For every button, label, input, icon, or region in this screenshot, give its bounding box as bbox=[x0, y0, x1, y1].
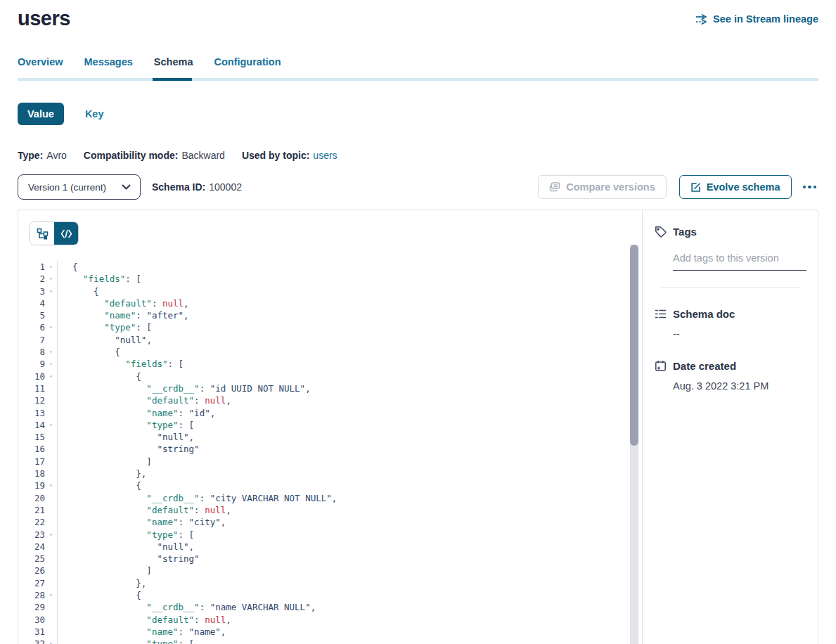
line-number: 22 bbox=[30, 516, 45, 528]
editor-scrollbar-thumb[interactable] bbox=[630, 245, 638, 446]
line-number: 28 bbox=[30, 589, 45, 601]
schema-doc-value: -- bbox=[673, 328, 801, 340]
code-line: 2▾ "fields": [ bbox=[30, 273, 642, 285]
version-select-value: Version 1 (current) bbox=[28, 182, 106, 193]
code-line: 9▾ "fields": [ bbox=[30, 358, 642, 370]
code-text: "type": [ bbox=[57, 638, 642, 644]
active-tab-indicator bbox=[153, 78, 192, 81]
code-text: "fields": [ bbox=[57, 358, 642, 370]
code-line: 24 "null", bbox=[30, 541, 642, 553]
fold-arrow-icon[interactable]: ▾ bbox=[45, 371, 57, 382]
fold-spacer bbox=[45, 468, 57, 479]
fold-spacer bbox=[45, 565, 57, 577]
line-number: 11 bbox=[30, 382, 45, 394]
code-text: { bbox=[57, 285, 642, 297]
line-number: 26 bbox=[30, 565, 45, 577]
key-toggle-button[interactable]: Key bbox=[85, 108, 104, 120]
code-text: }, bbox=[57, 577, 642, 589]
stream-lineage-link[interactable]: See in Stream lineage bbox=[695, 13, 818, 25]
fold-spacer bbox=[45, 334, 57, 346]
code-line: 6▾ "type": [ bbox=[30, 321, 642, 333]
tab-overview[interactable]: Overview bbox=[18, 56, 63, 67]
code-text: "fields": [ bbox=[57, 273, 642, 285]
line-number: 14 bbox=[30, 419, 45, 431]
ellipsis-icon bbox=[803, 186, 806, 189]
fold-arrow-icon[interactable]: ▾ bbox=[45, 261, 57, 273]
schema-id-label: Schema ID: bbox=[152, 181, 205, 193]
tab-messages[interactable]: Messages bbox=[84, 56, 133, 67]
fold-arrow-icon[interactable]: ▾ bbox=[45, 273, 57, 285]
compatibility-value: Backward bbox=[181, 150, 224, 161]
code-line: 11 "__crdb__": "id UUID NOT NULL", bbox=[30, 382, 642, 394]
fold-spacer bbox=[45, 394, 57, 406]
code-line: 1▾{ bbox=[30, 261, 642, 273]
code-text: { bbox=[57, 261, 642, 273]
code-line: 12 "default": null, bbox=[30, 394, 642, 406]
tree-view-button[interactable] bbox=[30, 222, 54, 245]
compatibility-label: Compatibility mode: bbox=[84, 150, 179, 161]
compare-versions-label: Compare versions bbox=[566, 181, 655, 193]
code-text: "default": null, bbox=[57, 394, 642, 406]
value-toggle-button[interactable]: Value bbox=[18, 103, 64, 125]
used-by-topic-link[interactable]: users bbox=[313, 150, 337, 161]
line-number: 15 bbox=[30, 431, 45, 443]
evolve-schema-label: Evolve schema bbox=[707, 181, 780, 193]
add-tags-input[interactable] bbox=[673, 252, 806, 271]
schema-doc-heading: Schema doc bbox=[673, 308, 735, 320]
line-number: 29 bbox=[30, 601, 45, 613]
schema-panel: 1▾{2▾ "fields": [3▾ {4 "default": null,5… bbox=[18, 210, 818, 644]
code-text: ] bbox=[57, 456, 642, 468]
fold-arrow-icon[interactable]: ▾ bbox=[45, 346, 57, 358]
evolve-schema-button[interactable]: Evolve schema bbox=[679, 175, 792, 199]
fold-spacer bbox=[45, 382, 57, 394]
compare-versions-button[interactable]: Compare versions bbox=[538, 175, 667, 199]
code-text: "string" bbox=[57, 443, 642, 455]
version-select[interactable]: Version 1 (current) bbox=[18, 174, 141, 200]
line-number: 17 bbox=[30, 456, 45, 468]
line-number: 13 bbox=[30, 407, 45, 419]
editor-scrollbar-track[interactable] bbox=[630, 245, 638, 644]
code-line: 23▾ "type": [ bbox=[30, 529, 642, 541]
code-text: { bbox=[57, 371, 642, 382]
tab-underline-track bbox=[18, 78, 818, 81]
code-line: 3▾ { bbox=[30, 285, 642, 297]
fold-arrow-icon[interactable]: ▾ bbox=[45, 479, 57, 491]
line-number: 30 bbox=[30, 614, 45, 626]
line-number: 21 bbox=[30, 504, 45, 516]
schema-sidebar: Tags Schem bbox=[642, 210, 818, 644]
line-number: 6 bbox=[30, 321, 45, 333]
fold-arrow-icon[interactable]: ▾ bbox=[45, 589, 57, 601]
tree-view-icon bbox=[37, 228, 49, 240]
evolve-schema-icon bbox=[690, 182, 701, 193]
code-line: 28▾ { bbox=[30, 589, 642, 601]
tab-configuration[interactable]: Configuration bbox=[214, 56, 281, 67]
code-line: 30 "default": null, bbox=[30, 614, 642, 626]
code-view-button[interactable] bbox=[54, 222, 78, 245]
fold-spacer bbox=[45, 407, 57, 419]
line-number: 31 bbox=[30, 626, 45, 638]
tab-schema[interactable]: Schema bbox=[154, 56, 193, 67]
fold-arrow-icon[interactable]: ▾ bbox=[45, 321, 57, 333]
code-line: 13 "name": "id", bbox=[30, 407, 642, 419]
code-text: { bbox=[57, 479, 642, 491]
code-text: { bbox=[57, 589, 642, 601]
fold-arrow-icon[interactable]: ▾ bbox=[45, 358, 57, 370]
line-number: 18 bbox=[30, 468, 45, 479]
more-options-button[interactable] bbox=[801, 180, 819, 195]
fold-arrow-icon[interactable]: ▾ bbox=[45, 638, 57, 644]
code-text: "default": null, bbox=[57, 614, 642, 626]
fold-arrow-icon[interactable]: ▾ bbox=[45, 419, 57, 431]
list-icon bbox=[655, 309, 667, 319]
fold-arrow-icon[interactable]: ▾ bbox=[45, 285, 57, 297]
code-line: 14▾ "type": [ bbox=[30, 419, 642, 431]
line-number: 12 bbox=[30, 394, 45, 406]
code-text: "null", bbox=[57, 541, 642, 553]
fold-arrow-icon[interactable]: ▾ bbox=[45, 529, 57, 541]
fold-spacer bbox=[45, 614, 57, 626]
code-line: 16 "string" bbox=[30, 443, 642, 455]
code-text: "type": [ bbox=[57, 321, 642, 333]
date-created-heading: Date created bbox=[673, 360, 736, 372]
code-line: 5 "name": "after", bbox=[30, 309, 642, 321]
fold-spacer bbox=[45, 504, 57, 516]
code-line: 22 "name": "city", bbox=[30, 516, 642, 528]
